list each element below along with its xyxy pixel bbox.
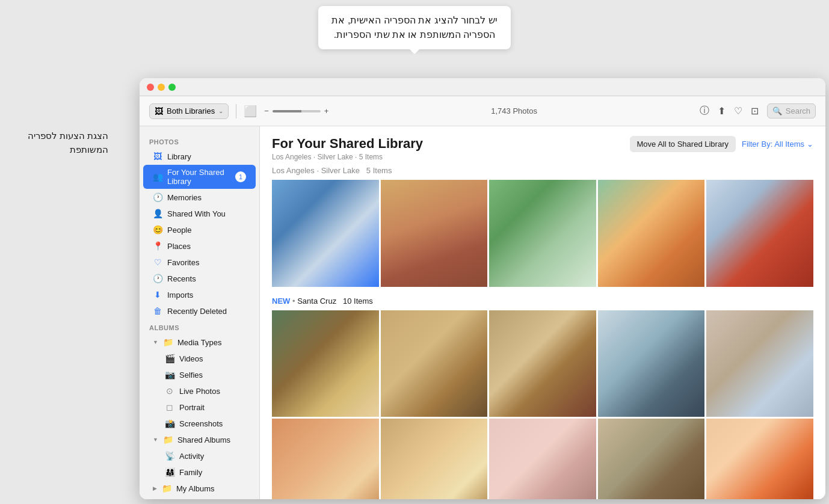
sidebar-label-screenshots: Screenshots xyxy=(179,419,223,428)
photo-cell[interactable] xyxy=(381,310,488,417)
maximize-button[interactable] xyxy=(168,84,176,91)
people-icon: 😊 xyxy=(153,225,162,235)
sidebar-label-recents: Recents xyxy=(167,274,196,283)
library-selector[interactable]: 🖼 Both Libraries ⌄ xyxy=(149,103,229,119)
import-button[interactable]: ⬜ xyxy=(244,105,257,118)
minimize-button[interactable] xyxy=(158,84,165,91)
tooltip-bubble: יש לבחור להציג את הספריה האישית, את הספר… xyxy=(318,6,511,49)
photo-cell[interactable] xyxy=(706,180,813,287)
sidebar-item-my-albums[interactable]: ▶ 📁 My Albums xyxy=(143,481,256,496)
section-separator: • xyxy=(292,297,297,306)
sidebar-item-family[interactable]: 👨‍👩‍👧 Family xyxy=(143,464,256,480)
zoom-plus-label: + xyxy=(324,106,329,115)
subtitle-separator: · xyxy=(355,153,359,161)
shared-with-you-icon: 👤 xyxy=(153,209,162,218)
favorites-icon: ♡ xyxy=(153,257,162,267)
main-title-area: For Your Shared Library Los Angeles · Si… xyxy=(272,136,423,161)
sidebar-label-family: Family xyxy=(179,468,202,477)
sidebar-item-places[interactable]: 📍 Places xyxy=(143,238,256,254)
sidebar-label-selfies: Selfies xyxy=(179,370,203,380)
section-label-la: Los Angeles · Silver Lake 5 Items xyxy=(272,166,813,175)
shared-albums-icon: 📁 xyxy=(163,435,173,444)
sidebar-label-imports: Imports xyxy=(167,290,193,300)
screenshots-icon: 📸 xyxy=(165,419,174,428)
expand-icon: ▼ xyxy=(153,339,158,345)
sidebar-label-recently-deleted: Recently Deleted xyxy=(167,307,227,316)
shared-albums-expand-icon: ▼ xyxy=(153,437,158,443)
sidebar-item-activity[interactable]: 📡 Activity xyxy=(143,448,256,464)
toolbar: 🖼 Both Libraries ⌄ ⬜ − + 1,743 Photos ⓘ … xyxy=(140,96,825,126)
library-selector-label: Both Libraries xyxy=(167,106,215,115)
delete-button[interactable]: ⊡ xyxy=(751,105,759,117)
photo-cell[interactable] xyxy=(272,419,379,499)
sidebar-item-shared-with-you[interactable]: 👤 Shared With You xyxy=(143,206,256,221)
sidebar-label-live-photos: Live Photos xyxy=(179,387,220,396)
filter-button[interactable]: Filter By: All Items ⌄ xyxy=(742,140,813,149)
shared-library-icon: 👥 xyxy=(153,172,162,182)
sidebar-item-media-types[interactable]: ▼ 📁 Media Types xyxy=(143,334,256,350)
sidebar-label-people: People xyxy=(167,226,191,235)
sidebar-item-favorites[interactable]: ♡ Favorites xyxy=(143,254,256,270)
sidebar-item-live-photos[interactable]: ⊙ Live Photos xyxy=(143,383,256,399)
photo-cell[interactable] xyxy=(381,419,488,499)
close-button[interactable] xyxy=(147,84,154,91)
photo-cell[interactable] xyxy=(489,310,596,417)
zoom-area: − + xyxy=(264,106,328,115)
sidebar-item-portrait[interactable]: ◻ Portrait xyxy=(143,399,256,415)
photo-cell[interactable] xyxy=(381,180,488,287)
sidebar-label-favorites: Favorites xyxy=(167,258,199,267)
photo-grid-la xyxy=(272,180,813,287)
filter-label: Filter By: All Items xyxy=(742,140,804,149)
sidebar-item-selfies[interactable]: 📷 Selfies xyxy=(143,367,256,383)
main-actions: Move All to Shared Library Filter By: Al… xyxy=(630,136,814,152)
sidebar-item-for-your-shared-library[interactable]: 👥 For Your Shared Library 1 xyxy=(143,165,256,189)
photo-cell[interactable] xyxy=(598,180,705,287)
sidebar-item-screenshots[interactable]: 📸 Screenshots xyxy=(143,416,256,431)
photo-count: 1,743 Photos xyxy=(336,106,692,115)
photo-section-la: Los Angeles · Silver Lake 5 Items xyxy=(260,166,825,297)
favorite-button[interactable]: ♡ xyxy=(734,105,742,117)
photo-grid-sc xyxy=(272,310,813,499)
photo-cell[interactable] xyxy=(272,310,379,417)
photo-cell[interactable] xyxy=(272,180,379,287)
sidebar-label-videos: Videos xyxy=(179,354,203,363)
sidebar-item-memories[interactable]: 🕐 Memories xyxy=(143,189,256,205)
sidebar-item-imports[interactable]: ⬇ Imports xyxy=(143,287,256,303)
photo-section-sc: NEW • Santa Cruz 10 Items xyxy=(260,297,825,499)
sidebar-label-library: Library xyxy=(167,152,191,161)
tooltip-area: יש לבחור להציג את הספריה האישית, את הספר… xyxy=(0,0,829,78)
photo-cell[interactable] xyxy=(598,419,705,499)
photos-window: 🖼 Both Libraries ⌄ ⬜ − + 1,743 Photos ⓘ … xyxy=(140,78,825,499)
search-box[interactable]: 🔍 Search xyxy=(767,103,816,118)
sidebar-item-library[interactable]: 🖼 Library xyxy=(143,149,256,164)
library-selector-icon: 🖼 xyxy=(155,106,163,116)
photo-cell[interactable] xyxy=(706,310,813,417)
sidebar-item-recently-deleted[interactable]: 🗑 Recently Deleted xyxy=(143,303,256,319)
share-button[interactable]: ⬆ xyxy=(718,105,726,117)
search-icon: 🔍 xyxy=(772,106,782,115)
toolbar-separator-1 xyxy=(236,104,236,118)
traffic-lights xyxy=(147,84,176,91)
zoom-slider[interactable] xyxy=(273,110,321,112)
main-title: For Your Shared Library xyxy=(272,136,423,152)
window-body: Photos 🖼 Library 👥 For Your Shared Libra… xyxy=(140,126,825,499)
sidebar-label-shared-albums: Shared Albums xyxy=(177,435,230,444)
photo-cell[interactable] xyxy=(598,310,705,417)
shared-library-badge: 1 xyxy=(235,171,246,182)
section-location-sc: Santa Cruz 10 Items xyxy=(297,297,373,306)
info-button[interactable]: ⓘ xyxy=(700,105,709,117)
main-header: For Your Shared Library Los Angeles · Si… xyxy=(260,126,825,166)
selfies-icon: 📷 xyxy=(165,370,174,380)
sidebar-item-videos[interactable]: 🎬 Videos xyxy=(143,351,256,366)
library-icon: 🖼 xyxy=(153,152,162,161)
sidebar-item-recents[interactable]: 🕐 Recents xyxy=(143,271,256,286)
photo-cell[interactable] xyxy=(489,180,596,287)
move-all-button[interactable]: Move All to Shared Library xyxy=(630,136,736,152)
sidebar-section-photos: Photos xyxy=(140,134,259,148)
photo-cell[interactable] xyxy=(706,419,813,499)
sidebar-item-shared-albums[interactable]: ▼ 📁 Shared Albums xyxy=(143,432,256,447)
search-placeholder: Search xyxy=(786,106,810,115)
sidebar-label-my-albums: My Albums xyxy=(176,484,215,493)
sidebar-item-people[interactable]: 😊 People xyxy=(143,222,256,238)
photo-cell[interactable] xyxy=(489,419,596,499)
